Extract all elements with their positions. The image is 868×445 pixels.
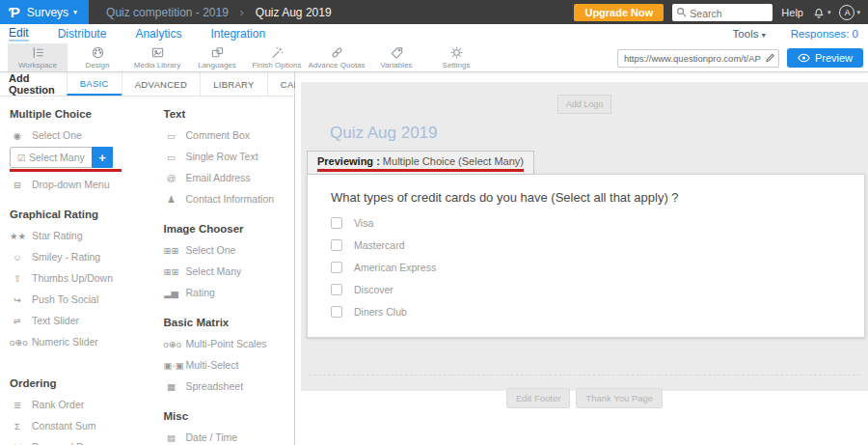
qtype-label: Multi-Select	[186, 359, 239, 371]
qtype-multi-point-scales[interactable]: o⊕o Multi-Point Scales	[164, 333, 295, 354]
qtype-label: Smiley - Rating	[32, 251, 100, 263]
tool-settings[interactable]: Settings	[426, 43, 486, 71]
tools-label: Tools	[733, 28, 759, 40]
tool-workspace[interactable]: Workspace	[8, 43, 68, 71]
qtype-label: Numeric Slider	[32, 336, 98, 348]
gear-icon	[449, 45, 464, 60]
tool-languages[interactable]: Languages	[187, 43, 247, 71]
image-select-many-icon: ⊞⊞	[164, 266, 179, 277]
qtype-comment-box[interactable]: ▭ Comment Box	[164, 125, 295, 146]
comment-box-icon: ▭	[164, 130, 179, 141]
tab-advanced[interactable]: ADVANCED	[122, 72, 200, 96]
tool-design[interactable]: Design	[68, 43, 127, 71]
qtype-select-one[interactable]: ◉ Select One	[10, 125, 141, 146]
survey-title[interactable]: Quiz Aug 2019	[330, 124, 868, 143]
tool-media-library[interactable]: Media Library	[127, 43, 187, 71]
qtype-constant-sum[interactable]: Σ Constant Sum	[10, 415, 141, 436]
eye-icon	[798, 53, 810, 63]
qtype-thumbs-up-down[interactable]: ⇧ Thumbs Up/Down	[10, 267, 141, 289]
qtype-multi-select[interactable]: ▣◦▣ Multi-Select	[164, 354, 295, 375]
checkbox-visa[interactable]	[331, 217, 342, 229]
qtype-smiley-rating[interactable]: ☺ Smiley - Rating	[10, 246, 141, 267]
qtype-label: Single Row Text	[186, 151, 258, 162]
qtype-image-select-one[interactable]: ⊞⊞ Select One	[164, 239, 295, 261]
survey-url-box	[617, 48, 779, 68]
qtype-contact-information[interactable]: ♟ Contact Information	[164, 188, 295, 209]
breadcrumb-parent[interactable]: Quiz competition - 2019	[106, 6, 229, 19]
tab-basic[interactable]: BASIC	[67, 72, 122, 96]
tools-menu[interactable]: Tools ▾	[733, 28, 766, 40]
edit-footer-button[interactable]: Edit Footer	[506, 388, 570, 408]
qtype-label: Star Rating	[32, 230, 83, 241]
qtype-label: Constant Sum	[32, 420, 96, 431]
tool-label: Finish Options	[252, 61, 301, 70]
nav-edit[interactable]: Edit	[9, 26, 29, 42]
question-types-column-2: Text ▭ Comment Box ▭ Single Row Text @ E…	[164, 98, 295, 445]
qtype-label: Select Many	[29, 152, 93, 163]
nav-distribute[interactable]: Distribute	[58, 27, 107, 41]
thumb-icon: ⇧	[10, 273, 25, 284]
previewing-tab: Previewing : Multiple Choice (Select Man…	[307, 151, 534, 175]
checkbox-mastercard[interactable]	[331, 239, 342, 251]
qtype-date-time[interactable]: ▤ Date / Time	[164, 427, 295, 445]
help-link[interactable]: Help	[781, 7, 803, 18]
tool-finish-options[interactable]: Finish Options	[247, 43, 307, 71]
sigma-icon: Σ	[10, 421, 25, 431]
nav-analytics[interactable]: Analytics	[135, 27, 181, 41]
qtype-label: Rank Order	[32, 399, 84, 410]
responses-count[interactable]: Responses: 0	[791, 28, 858, 40]
pencil-icon[interactable]	[765, 52, 775, 63]
checkbox-american-express[interactable]	[331, 262, 342, 273]
thank-you-page-button[interactable]: Thank You Page	[576, 388, 663, 408]
survey-canvas: Add Logo Quiz Aug 2019 Previewing : Mult…	[301, 82, 868, 391]
qtype-label: Select Many	[186, 265, 242, 277]
upgrade-now-button[interactable]: Upgrade Now	[574, 4, 664, 21]
nav-integration[interactable]: Integration	[210, 27, 265, 41]
option-row: American Express	[331, 257, 864, 279]
qtype-dropdown-menu[interactable]: ⊟ Drop-down Menu	[10, 174, 141, 195]
qtype-label: Select One	[186, 244, 236, 256]
tool-variables[interactable]: Variables	[366, 43, 426, 71]
option-row: Visa	[331, 212, 864, 235]
qtype-rank-order[interactable]: ≣ Rank Order	[10, 394, 141, 415]
qtype-select-many-selected[interactable]: ☑ Select Many +	[10, 147, 113, 168]
image-select-one-icon: ⊞⊞	[164, 245, 179, 256]
qtype-label: Select One	[32, 129, 82, 141]
notifications-menu[interactable]: ▾	[812, 6, 831, 19]
qtype-image-rating[interactable]: ▂▅ Rating	[164, 282, 295, 303]
qtype-email-address[interactable]: @ Email Address	[164, 167, 295, 188]
add-logo-button[interactable]: Add Logo	[557, 95, 612, 114]
preview-button-label: Preview	[815, 52, 853, 64]
palette-icon	[91, 45, 105, 60]
tool-advance-quotas[interactable]: Advance Quotas	[307, 43, 366, 71]
bell-icon	[812, 6, 826, 19]
qtype-label: Spreadsheet	[186, 380, 244, 392]
preview-button[interactable]: Preview	[787, 48, 863, 68]
add-select-many-button[interactable]: +	[92, 147, 113, 168]
qtype-push-to-social[interactable]: ↪ Push To Social	[10, 289, 141, 310]
checkbox-diners-club[interactable]	[331, 306, 342, 318]
survey-url-input[interactable]	[617, 49, 779, 68]
numeric-slider-icon: o⊕o	[10, 337, 25, 348]
qtype-image-select-many[interactable]: ⊞⊞ Select Many	[164, 261, 295, 282]
tag-icon	[390, 45, 404, 60]
search-input[interactable]	[672, 5, 773, 22]
qtype-single-row-text[interactable]: ▭ Single Row Text	[164, 146, 295, 167]
qtype-drag-and-drop[interactable]: ⇲ Drag and Drop	[10, 436, 141, 445]
tool-label: Workspace	[18, 61, 57, 70]
tool-label: Advance Quotas	[308, 61, 365, 70]
section-heading-basic-matrix: Basic Matrix	[164, 317, 295, 328]
checkbox-discover[interactable]	[331, 284, 342, 295]
smiley-icon: ☺	[10, 252, 25, 263]
qtype-numeric-slider[interactable]: o⊕o Numeric Slider	[10, 331, 141, 352]
qtype-star-rating[interactable]: ★★ Star Rating	[10, 225, 141, 246]
tab-library[interactable]: LIBRARY	[200, 72, 267, 96]
qtype-text-slider[interactable]: ⇌ Text Slider	[10, 310, 141, 331]
question-text[interactable]: What types of credit cards do you have (…	[308, 175, 864, 212]
contact-person-icon: ♟	[164, 194, 179, 205]
surveys-menu[interactable]: Ƥ Surveys ▾	[0, 0, 89, 24]
qtype-spreadsheet[interactable]: ▦ Spreadsheet	[164, 375, 295, 397]
survey-preview-area: Add Logo Quiz Aug 2019 Previewing : Mult…	[295, 72, 868, 445]
account-menu[interactable]: A ▾	[839, 5, 860, 20]
workspace-icon	[31, 45, 45, 60]
